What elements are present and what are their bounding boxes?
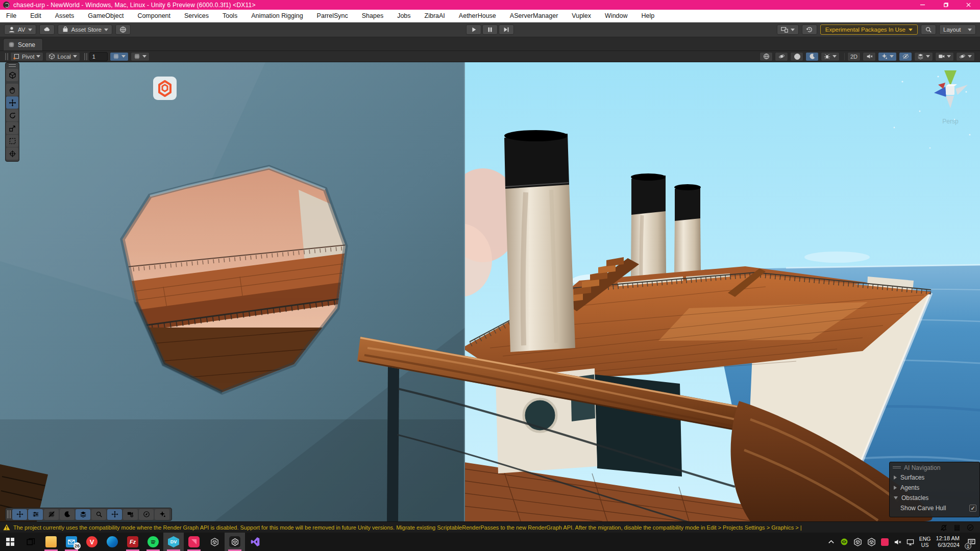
menu-zibraai[interactable]: ZibraAI: [425, 12, 445, 19]
experimental-packages-dropdown[interactable]: Experimental Packages In Use: [820, 24, 918, 35]
file-explorer-button[interactable]: [41, 533, 61, 551]
close-button[interactable]: [957, 0, 980, 10]
services-button[interactable]: [115, 24, 131, 35]
mode-2d-button[interactable]: 2D: [847, 52, 861, 61]
rotate-tool-button[interactable]: [6, 109, 18, 121]
navigation-compass-button[interactable]: [139, 509, 154, 520]
mute-notifications-icon[interactable]: [940, 524, 947, 531]
scene-lighting-button[interactable]: [60, 509, 75, 520]
title-bar[interactable]: chased-urp - NewWorld - Windows, Mac, Li…: [0, 0, 980, 10]
overlay-drag-handle[interactable]: [6, 63, 19, 68]
particles-overlay-button[interactable]: [155, 509, 169, 520]
volume-muted-icon[interactable]: [894, 538, 901, 546]
gizmos-dropdown[interactable]: [956, 52, 975, 61]
nvidia-settings-icon[interactable]: [840, 538, 848, 546]
menu-jobs[interactable]: Jobs: [397, 12, 410, 19]
effects-visibility-dropdown[interactable]: [878, 52, 897, 61]
step-button[interactable]: [499, 24, 514, 35]
camera-preview-button[interactable]: [123, 509, 138, 520]
menu-assets[interactable]: Assets: [55, 12, 75, 19]
menu-shapes[interactable]: Shapes: [362, 12, 383, 19]
search-button[interactable]: [91, 509, 106, 520]
toolbar-grip[interactable]: [5, 53, 8, 60]
search-button[interactable]: [921, 24, 936, 35]
menu-aservermanager[interactable]: AServerManager: [510, 12, 558, 19]
effects-button[interactable]: [76, 509, 90, 520]
menu-component[interactable]: Component: [137, 12, 170, 19]
scene-viewport[interactable]: Persp: [0, 62, 980, 521]
tool-handle-rotation-dropdown[interactable]: Local: [45, 52, 80, 61]
ainav-agents-foldout[interactable]: Agents: [890, 483, 979, 493]
tray-chevron-up-icon[interactable]: [827, 538, 835, 546]
unity-hub-tray-icon[interactable]: [881, 538, 889, 546]
pan-view-button[interactable]: [12, 509, 27, 520]
ainav-surfaces-foldout[interactable]: Surfaces: [890, 472, 979, 483]
scene-gizmo-billboard-icon[interactable]: [153, 77, 177, 100]
tab-scene[interactable]: Scene: [3, 38, 43, 51]
unity-light-button[interactable]: [204, 533, 225, 551]
rect-tool-button[interactable]: [6, 135, 18, 147]
scene-lighting-button[interactable]: [805, 52, 819, 61]
mail-button[interactable]: 26: [61, 533, 82, 551]
undo-history-button[interactable]: [802, 24, 817, 35]
debug-draw-mode-dropdown[interactable]: [821, 52, 840, 61]
menu-gameobject[interactable]: GameObject: [88, 12, 124, 19]
grid-visibility-button[interactable]: [44, 509, 59, 520]
overlay-drag-handle[interactable]: [7, 510, 11, 518]
move-tool-button[interactable]: [6, 96, 18, 109]
task-view-button[interactable]: [20, 533, 41, 551]
maximize-button[interactable]: [934, 0, 957, 10]
draw-mode-shaded-button[interactable]: [790, 52, 803, 61]
account-button[interactable]: AV: [4, 24, 36, 35]
menu-animation-rigging[interactable]: Animation Rigging: [251, 12, 303, 19]
menu-vuplex[interactable]: Vuplex: [572, 12, 591, 19]
scene-debug-layers-dropdown[interactable]: [914, 52, 933, 61]
pause-button[interactable]: [482, 24, 498, 35]
grid-snapping-button[interactable]: [110, 52, 129, 61]
tool-settings-button[interactable]: [28, 509, 43, 520]
status-ok-icon[interactable]: [967, 524, 974, 531]
edge-button[interactable]: [102, 533, 122, 551]
select-tool-button[interactable]: [6, 69, 18, 81]
davinci-button[interactable]: DV: [163, 533, 184, 551]
snap-increment-input[interactable]: [89, 52, 108, 61]
play-button[interactable]: [466, 24, 481, 35]
show-carve-hull-checkbox[interactable]: ✓: [969, 505, 976, 512]
filezilla-button[interactable]: Fz: [122, 533, 143, 551]
network-display-icon[interactable]: [906, 538, 914, 546]
asset-store-button[interactable]: Asset Store: [58, 24, 112, 35]
start-button[interactable]: [0, 533, 20, 551]
menu-file[interactable]: File: [6, 12, 16, 19]
magenta-app-button[interactable]: [184, 533, 204, 551]
multiplayer-devices-button[interactable]: [777, 24, 799, 35]
menu-aetherhouse[interactable]: AetherHouse: [459, 12, 496, 19]
ainav-obstacles-foldout[interactable]: Obstacles: [890, 493, 979, 503]
menu-parrelsync[interactable]: ParrelSync: [317, 12, 348, 19]
menu-services[interactable]: Services: [184, 12, 209, 19]
camera-settings-dropdown[interactable]: [935, 52, 954, 61]
move-overlay-button[interactable]: [107, 509, 122, 520]
tool-handle-position-dropdown[interactable]: Pivot: [10, 52, 43, 61]
draw-mode-shaded-wire-button[interactable]: [775, 52, 788, 61]
clock[interactable]: 12:18 AM 6/3/2024: [936, 535, 960, 548]
spotify-button[interactable]: [143, 533, 163, 551]
grid-visibility-button[interactable]: [131, 52, 150, 61]
vivaldi-button[interactable]: V: [82, 533, 102, 551]
draw-mode-wireframe-button[interactable]: [760, 52, 773, 61]
console-messages-icon[interactable]: [953, 524, 961, 531]
view-tool-button[interactable]: [6, 84, 18, 96]
console-warning-bar[interactable]: The project currently uses the compatibi…: [0, 521, 980, 533]
unity-tray-icon[interactable]: [853, 538, 862, 546]
layout-dropdown[interactable]: Layout: [939, 24, 976, 35]
menu-window[interactable]: Window: [605, 12, 627, 19]
overlay-drag-handle[interactable]: [893, 466, 901, 469]
audio-mute-button[interactable]: [863, 52, 876, 61]
visual-studio-button[interactable]: [245, 533, 265, 551]
cloud-button[interactable]: [39, 24, 55, 35]
toolbar-grip[interactable]: [84, 53, 87, 60]
scene-visibility-button[interactable]: [899, 52, 912, 61]
transform-tool-button[interactable]: [6, 147, 18, 160]
language-indicator[interactable]: ENG US: [919, 536, 931, 548]
unity-editor-button[interactable]: [225, 533, 245, 551]
menu-help[interactable]: Help: [642, 12, 655, 19]
